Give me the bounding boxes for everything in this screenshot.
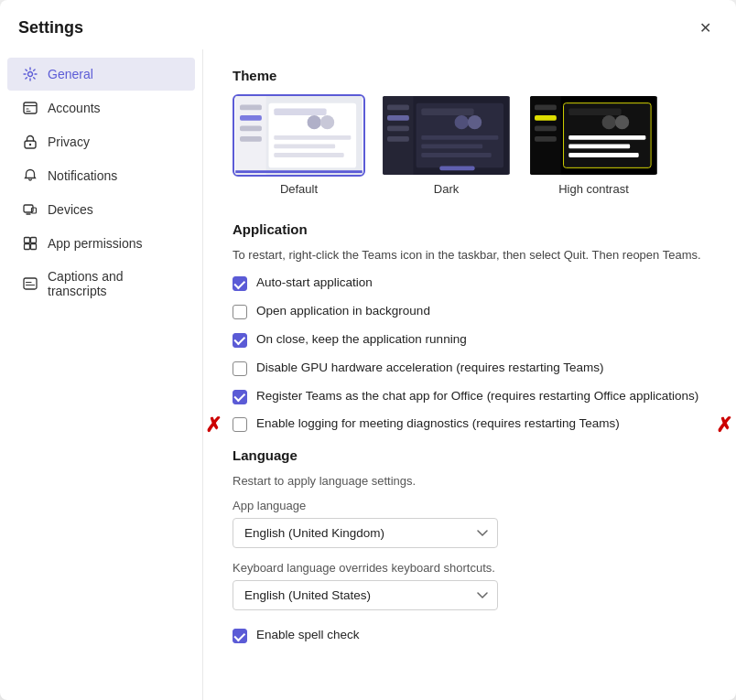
- gear-icon: [22, 66, 38, 82]
- theme-label-dark: Dark: [434, 182, 459, 196]
- checkbox-enable-logging[interactable]: [233, 417, 247, 432]
- svg-rect-27: [274, 135, 351, 140]
- svg-rect-14: [24, 278, 37, 289]
- checkbox-auto-start-label[interactable]: Auto-start application: [256, 275, 373, 292]
- svg-rect-10: [25, 238, 30, 243]
- settings-window: Settings ✕ General: [0, 0, 736, 700]
- sidebar-item-notifications[interactable]: Notifications: [7, 159, 195, 192]
- svg-rect-21: [240, 125, 262, 131]
- sidebar-item-app-permissions[interactable]: App permissions: [7, 227, 195, 260]
- svg-rect-12: [25, 244, 30, 250]
- checkbox-keep-running-row: On close, keep the application running: [233, 331, 707, 349]
- window-body: General Accounts: [0, 49, 736, 700]
- sidebar-item-accounts[interactable]: Accounts: [7, 92, 195, 124]
- svg-rect-1: [24, 102, 37, 113]
- checkbox-enable-logging-row: ✗ Enable logging for meeting diagnostics…: [233, 415, 707, 433]
- svg-point-54: [615, 115, 629, 129]
- checkbox-disable-gpu[interactable]: [233, 361, 247, 376]
- theme-preview-high-contrast: [527, 94, 660, 177]
- svg-point-26: [320, 115, 334, 129]
- svg-point-6: [29, 144, 31, 145]
- svg-rect-13: [31, 244, 37, 250]
- svg-rect-56: [568, 145, 630, 149]
- app-language-label: App language: [233, 499, 707, 512]
- theme-card-high-contrast[interactable]: High contrast: [527, 94, 660, 196]
- sidebar-item-devices[interactable]: Devices: [7, 193, 195, 226]
- checkbox-auto-start[interactable]: [233, 276, 247, 291]
- sidebar-item-captions-label: Captions and transcripts: [48, 269, 180, 298]
- sidebar-item-accounts-label: Accounts: [48, 101, 101, 115]
- svg-rect-50: [535, 136, 557, 142]
- app-language-select[interactable]: English (United Kingdom) English (United…: [233, 518, 498, 548]
- theme-preview-dark: [380, 94, 513, 177]
- theme-preview-default: [233, 94, 365, 177]
- sidebar-item-notifications-label: Notifications: [48, 168, 117, 183]
- svg-rect-42: [421, 145, 482, 149]
- checkbox-spell-check-label[interactable]: Enable spell check: [256, 627, 360, 644]
- svg-point-39: [455, 115, 469, 129]
- close-button[interactable]: ✕: [692, 15, 718, 40]
- svg-rect-29: [274, 153, 343, 157]
- svg-rect-35: [387, 125, 409, 131]
- language-section: Language Restart to apply language setti…: [233, 447, 707, 644]
- sidebar-item-captions[interactable]: Captions and transcripts: [7, 261, 195, 307]
- checkbox-open-background[interactable]: [233, 305, 247, 319]
- checkbox-open-background-label[interactable]: Open application in background: [256, 303, 430, 320]
- checkbox-keep-running[interactable]: [233, 333, 247, 348]
- svg-rect-57: [568, 153, 638, 157]
- checkbox-register-chat[interactable]: [233, 390, 247, 404]
- accounts-icon: [22, 100, 38, 116]
- sidebar-item-general-label: General: [48, 67, 93, 81]
- checkbox-enable-logging-label[interactable]: Enable logging for meeting diagnostics (…: [256, 415, 620, 433]
- svg-rect-49: [535, 125, 557, 131]
- svg-rect-28: [274, 145, 335, 149]
- checkbox-auto-start-row: Auto-start application: [233, 275, 707, 292]
- red-x-right: ✗: [716, 414, 732, 437]
- sidebar-item-privacy[interactable]: Privacy: [7, 125, 195, 158]
- svg-rect-47: [535, 105, 557, 111]
- appperm-icon: [22, 235, 38, 252]
- svg-point-53: [602, 115, 616, 129]
- svg-rect-43: [421, 153, 491, 157]
- svg-rect-44: [439, 166, 474, 170]
- svg-point-0: [28, 72, 33, 77]
- red-x-left: ✗: [205, 414, 222, 437]
- sidebar-item-app-permissions-label: App permissions: [48, 236, 143, 251]
- sidebar-item-general[interactable]: General: [7, 58, 195, 91]
- checkbox-spell-check-row: Enable spell check: [233, 627, 707, 644]
- svg-point-40: [468, 115, 482, 129]
- checkbox-disable-gpu-label[interactable]: Disable GPU hardware acceleration (requi…: [256, 360, 603, 377]
- svg-rect-36: [387, 136, 409, 142]
- lock-icon: [22, 134, 38, 150]
- svg-rect-55: [568, 135, 645, 140]
- captions-icon: [22, 275, 38, 292]
- application-description: To restart, right-click the Teams icon i…: [233, 248, 707, 262]
- theme-section-title: Theme: [233, 68, 707, 83]
- window-title: Settings: [18, 18, 83, 38]
- devices-icon: [22, 201, 38, 218]
- svg-point-25: [308, 115, 321, 129]
- checkbox-register-chat-row: Register Teams as the chat app for Offic…: [233, 388, 707, 405]
- checkbox-spell-check[interactable]: [233, 629, 247, 643]
- svg-rect-34: [387, 115, 409, 121]
- svg-rect-22: [240, 136, 262, 142]
- main-content: Theme: [203, 49, 736, 700]
- sidebar: General Accounts: [0, 49, 203, 700]
- theme-row: Default: [233, 94, 707, 196]
- keyboard-language-select[interactable]: English (United States) English (United …: [233, 580, 498, 610]
- svg-rect-41: [421, 135, 498, 140]
- checkbox-register-chat-label[interactable]: Register Teams as the chat app for Offic…: [256, 388, 698, 405]
- checkbox-disable-gpu-row: Disable GPU hardware acceleration (requi…: [233, 360, 707, 377]
- svg-rect-38: [421, 108, 473, 115]
- window-header: Settings ✕: [0, 0, 736, 49]
- theme-card-dark[interactable]: Dark: [380, 94, 513, 196]
- theme-card-default[interactable]: Default: [233, 94, 365, 196]
- svg-rect-20: [240, 115, 262, 121]
- svg-rect-48: [535, 115, 557, 121]
- svg-rect-33: [387, 105, 409, 111]
- language-restart-note: Restart to apply language settings.: [233, 474, 707, 488]
- checkbox-keep-running-label[interactable]: On close, keep the application running: [256, 331, 467, 349]
- keyboard-language-note: Keyboard language overrides keyboard sho…: [233, 561, 707, 575]
- sidebar-item-devices-label: Devices: [48, 202, 93, 217]
- application-section-title: Application: [233, 221, 707, 237]
